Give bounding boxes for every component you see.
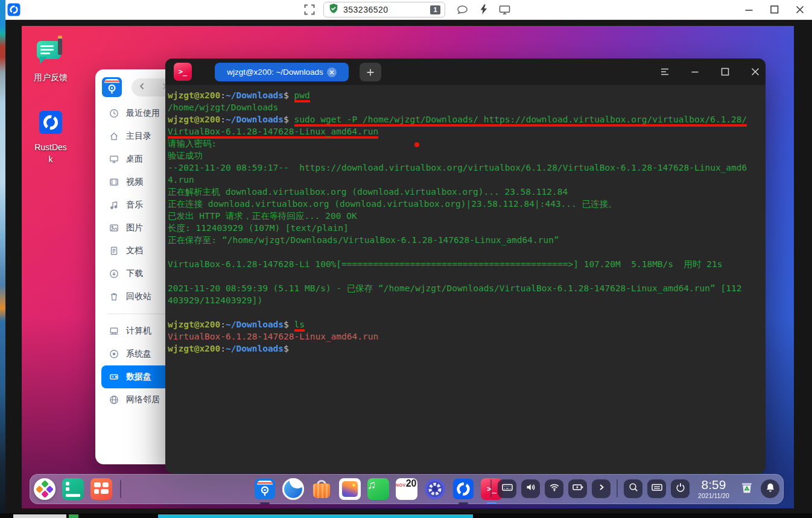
terminal-line: 4.run — [168, 174, 766, 186]
desktop-icon-rustdesk[interactable]: RustDesk — [29, 110, 72, 166]
tray-onscreen-keyboard-button[interactable] — [647, 479, 666, 498]
dock-item-rustdesk[interactable] — [452, 478, 474, 500]
terminal-minimize-button[interactable] — [690, 66, 700, 77]
download-icon — [109, 269, 119, 279]
tray-volume-button[interactable] — [521, 479, 540, 498]
dock-launcher-group — [34, 478, 122, 500]
display-icon[interactable] — [499, 5, 510, 17]
terminal-output[interactable]: wjzgt@x200:~/Downloads$ pwd/home/wjzgt/D… — [165, 85, 766, 473]
dock-item-launcher[interactable] — [34, 478, 56, 500]
tab-close-icon[interactable] — [327, 68, 337, 77]
desktop-icon-label: RustDesk — [33, 141, 69, 166]
new-tab-button[interactable] — [360, 63, 381, 81]
session-tab[interactable]: 353236520 1 — [323, 2, 445, 17]
sidebar-item-label: 视频 — [126, 177, 143, 188]
terminal-line: wjzgt@x200:~/Downloads$ — [168, 343, 766, 355]
computer-icon — [109, 326, 119, 336]
onscreen-keyboard-icon — [652, 482, 662, 495]
terminal-line — [168, 246, 766, 258]
sidebar-item-label: 图片 — [126, 223, 143, 233]
dock-item-app-store[interactable] — [311, 478, 332, 500]
rustdesk-icon — [39, 110, 63, 137]
terminal-line: 长度: 112403929 (107M) [text/plain] — [168, 222, 766, 234]
terminal-close-button[interactable] — [750, 66, 761, 77]
dock-separator — [120, 480, 121, 498]
tray-battery-button[interactable] — [568, 479, 587, 498]
unread-count-badge: 1 — [430, 5, 440, 14]
tray-keyboard-button[interactable] — [498, 479, 516, 498]
image-icon — [109, 223, 119, 233]
calendar-icon: NOV20 — [396, 478, 417, 500]
window-close-button[interactable] — [795, 4, 805, 17]
tray-expand-button[interactable] — [592, 479, 611, 498]
system-disk-icon — [109, 349, 119, 359]
music-icon: ♫ — [367, 478, 389, 500]
dock-clock[interactable]: 8:592021/11/20 — [694, 478, 733, 499]
tray-search-button[interactable] — [624, 479, 642, 498]
user-feedback-icon — [36, 38, 65, 65]
tray-notifications-button[interactable] — [761, 479, 779, 498]
dock-item-file-manager[interactable] — [254, 478, 276, 500]
sidebar-item-label: 桌面 — [126, 154, 143, 165]
session-id: 353236520 — [343, 5, 426, 14]
dock-item-calendar[interactable]: NOV20 — [396, 478, 417, 500]
expand-icon — [596, 482, 607, 495]
terminal-line: 请输入密码: — [168, 137, 766, 150]
tray-wifi-button[interactable] — [545, 479, 563, 498]
dock-item-control-center[interactable] — [424, 478, 446, 500]
trash-icon — [740, 480, 754, 497]
remote-video-area: 用户反馈 RustDesk — [5, 21, 812, 513]
terminal-tab[interactable]: wjzgt@x200: ~/Downloads — [215, 63, 349, 81]
sidebar-item-label: 音乐 — [126, 200, 143, 210]
terminal-tab-title: wjzgt@x200: ~/Downloads — [227, 68, 323, 77]
dock-item-app-grid[interactable] — [90, 478, 112, 500]
back-chevron-icon[interactable] — [138, 82, 147, 93]
sidebar-item-label: 系统盘 — [126, 349, 151, 359]
actions-lightning-icon[interactable] — [480, 4, 487, 17]
app-store-icon — [311, 478, 332, 500]
rustdesk-toolbar: 353236520 1 — [5, 0, 812, 20]
control-center-icon — [424, 478, 446, 500]
terminal-menu-icon[interactable] — [659, 66, 670, 77]
sidebar-item-label: 网络邻居 — [126, 394, 160, 405]
window-maximize-button[interactable] — [769, 4, 780, 17]
home-icon — [109, 131, 119, 141]
desktop-icon — [109, 154, 119, 164]
file-manager-icon — [254, 478, 276, 500]
terminal-line: VirtualBox-6.1.28-147628-Linux_amd64.run — [168, 330, 766, 343]
desktop-icon-user-feedback[interactable]: 用户反馈 — [29, 38, 72, 83]
data-disk-icon — [109, 372, 119, 382]
music-icon — [109, 200, 119, 210]
terminal-line: --2021-11-20 08:59:17-- https://download… — [168, 162, 766, 174]
fullscreen-icon[interactable] — [304, 4, 315, 17]
dock-separator — [490, 479, 492, 497]
terminal-line — [168, 270, 766, 282]
sidebar-item-label: 计算机 — [126, 326, 151, 336]
video-icon — [109, 177, 119, 187]
terminal-line: wjzgt@x200:~/Downloads$ ls — [168, 318, 766, 330]
window-minimize-button[interactable] — [744, 5, 754, 17]
sidebar-item-label: 数据盘 — [126, 371, 151, 382]
chat-icon[interactable] — [457, 4, 468, 18]
power-icon — [675, 482, 686, 495]
terminal-line: VirtualBox-6.1.28-147628-Linux_amd64.run — [168, 125, 766, 137]
document-icon — [109, 246, 119, 256]
terminal-line — [168, 306, 766, 318]
terminal-maximize-button[interactable] — [720, 66, 731, 77]
terminal-line: 正在解析主机 download.virtualbox.org (download… — [168, 186, 766, 198]
rustdesk-logo-icon — [7, 3, 21, 19]
rustdesk-icon — [452, 478, 474, 500]
dock-item-image-viewer[interactable] — [339, 478, 361, 500]
multitasking-icon — [62, 478, 84, 500]
dock-item-multitasking[interactable] — [62, 478, 84, 500]
terminal-line: VirtualBox-6.1.28-147628-Li 100%[=======… — [168, 258, 766, 270]
tray-power-button[interactable] — [671, 479, 690, 498]
rustdesk-remote-window: 353236520 1 — [5, 0, 812, 513]
dock-item-music[interactable]: ♫ — [367, 478, 389, 500]
terminal-line: wjzgt@x200:~/Downloads$ sudo wget -P /ho… — [168, 113, 766, 125]
tray-trash-button[interactable] — [738, 479, 756, 498]
dock-tray-group: 8:592021/11/20 — [489, 478, 779, 499]
browser-icon — [282, 478, 304, 500]
host-taskbar-sliver — [0, 513, 812, 518]
dock-item-browser[interactable] — [282, 478, 304, 500]
